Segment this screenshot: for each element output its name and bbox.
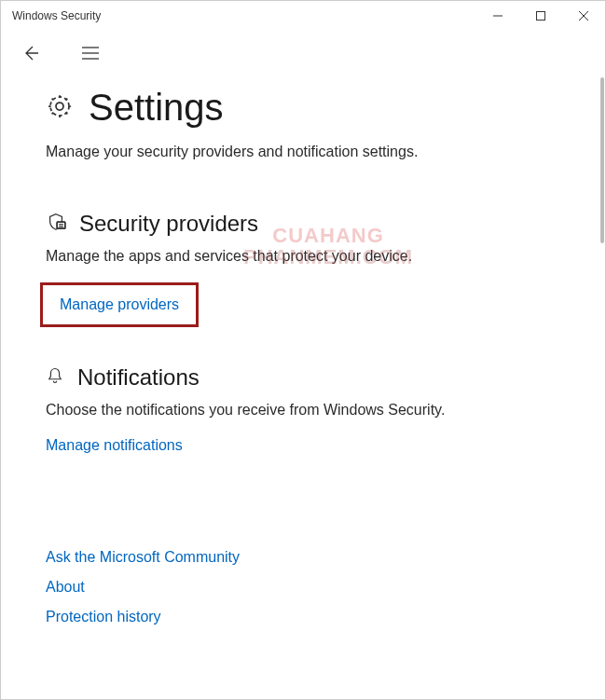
maximize-button[interactable] <box>519 1 562 31</box>
protection-history-link[interactable]: Protection history <box>46 609 560 625</box>
minimize-button[interactable] <box>476 1 519 31</box>
page-title: Settings <box>89 87 224 129</box>
manage-providers-link[interactable]: Manage providers <box>60 296 179 313</box>
scrollbar-thumb[interactable] <box>600 77 604 243</box>
notifications-section: Notifications Choose the notifications y… <box>46 364 560 502</box>
hamburger-menu-button[interactable] <box>72 34 109 72</box>
security-providers-title: Security providers <box>79 211 258 237</box>
window-controls <box>476 1 605 31</box>
close-button[interactable] <box>562 1 605 31</box>
svg-point-7 <box>56 103 63 110</box>
notifications-title: Notifications <box>77 364 200 391</box>
footer-links: Ask the Microsoft Community About Protec… <box>46 549 560 625</box>
security-providers-section: Security providers Manage the apps and s… <box>46 211 560 364</box>
svg-rect-1 <box>537 12 545 21</box>
titlebar: Windows Security <box>1 1 605 31</box>
community-link[interactable]: Ask the Microsoft Community <box>46 549 560 566</box>
shield-icon <box>46 212 66 236</box>
toolbar <box>1 31 605 75</box>
security-providers-desc: Manage the apps and services that protec… <box>46 246 560 267</box>
page-subtitle: Manage your security providers and notif… <box>46 142 560 162</box>
svg-rect-9 <box>57 222 65 228</box>
gear-icon <box>46 92 74 124</box>
manage-notifications-link[interactable]: Manage notifications <box>46 437 183 454</box>
content: Settings Manage your security providers … <box>1 75 605 657</box>
back-button[interactable] <box>12 34 49 72</box>
notifications-desc: Choose the notifications you receive fro… <box>46 400 560 420</box>
highlight-box: Manage providers <box>40 282 199 327</box>
window-title: Windows Security <box>12 9 476 22</box>
bell-icon <box>46 365 64 390</box>
about-link[interactable]: About <box>46 579 560 596</box>
